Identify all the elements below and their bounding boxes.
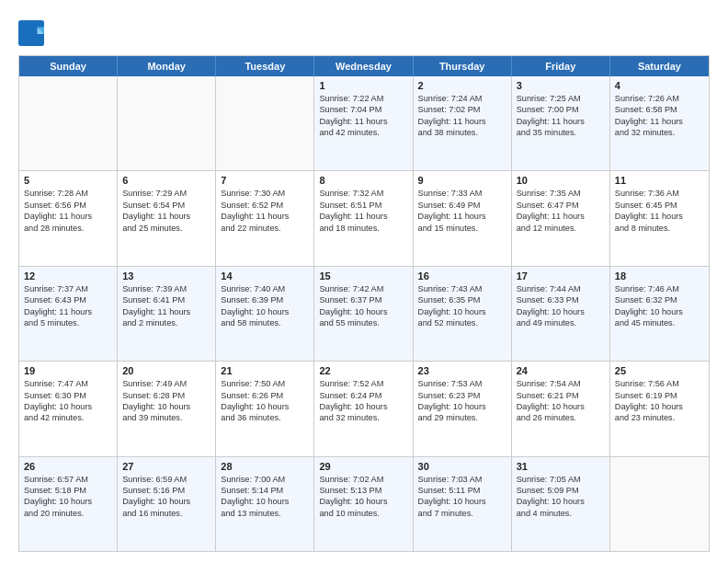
cell-line-0: Sunrise: 7:52 AM — [319, 378, 407, 389]
cell-line-3: and 12 minutes. — [517, 223, 605, 234]
day-number: 21 — [221, 365, 309, 376]
day-number: 31 — [517, 461, 605, 472]
calendar-cell-18: 18Sunrise: 7:46 AMSunset: 6:32 PMDayligh… — [610, 267, 709, 361]
cell-line-2: Daylight: 11 hours — [615, 211, 704, 222]
cell-line-1: Sunset: 6:56 PM — [24, 200, 112, 211]
cell-line-0: Sunrise: 7:53 AM — [418, 378, 506, 389]
cell-line-0: Sunrise: 7:00 AM — [221, 474, 309, 485]
cell-line-2: Daylight: 11 hours — [615, 116, 704, 127]
day-number: 12 — [24, 270, 112, 282]
calendar-cell-5: 5Sunrise: 7:28 AMSunset: 6:56 PMDaylight… — [19, 171, 118, 265]
day-number: 18 — [615, 270, 704, 282]
calendar-cell-empty — [118, 76, 216, 170]
cell-line-1: Sunset: 6:24 PM — [319, 390, 407, 401]
cell-line-0: Sunrise: 7:40 AM — [221, 283, 309, 294]
cell-line-0: Sunrise: 7:22 AM — [319, 93, 407, 104]
cell-line-2: Daylight: 10 hours — [615, 401, 704, 412]
day-number: 3 — [517, 80, 605, 91]
cell-line-0: Sunrise: 7:50 AM — [221, 378, 309, 389]
day-number: 25 — [615, 365, 704, 376]
cell-line-1: Sunset: 6:37 PM — [319, 294, 407, 305]
day-number: 24 — [517, 365, 605, 376]
cell-line-0: Sunrise: 7:02 AM — [319, 474, 407, 485]
day-number: 20 — [122, 365, 210, 376]
day-number: 7 — [221, 175, 309, 186]
cell-line-1: Sunset: 6:30 PM — [24, 390, 112, 401]
calendar-row-3: 19Sunrise: 7:47 AMSunset: 6:30 PMDayligh… — [19, 361, 709, 455]
cell-line-0: Sunrise: 7:26 AM — [615, 93, 704, 104]
cell-line-1: Sunset: 6:23 PM — [418, 390, 506, 401]
calendar-cell-15: 15Sunrise: 7:42 AMSunset: 6:37 PMDayligh… — [314, 267, 413, 361]
calendar-cell-23: 23Sunrise: 7:53 AMSunset: 6:23 PMDayligh… — [414, 362, 512, 455]
cell-line-1: Sunset: 5:14 PM — [221, 485, 309, 496]
day-number: 28 — [221, 461, 309, 472]
calendar-header: SundayMondayTuesdayWednesdayThursdayFrid… — [19, 56, 709, 76]
cell-line-1: Sunset: 5:16 PM — [122, 485, 210, 496]
cell-line-2: Daylight: 11 hours — [122, 306, 210, 317]
calendar-cell-empty — [610, 457, 709, 551]
calendar-cell-9: 9Sunrise: 7:33 AMSunset: 6:49 PMDaylight… — [414, 171, 512, 265]
calendar-cell-22: 22Sunrise: 7:52 AMSunset: 6:24 PMDayligh… — [314, 362, 413, 455]
calendar-cell-27: 27Sunrise: 6:59 AMSunset: 5:16 PMDayligh… — [118, 457, 216, 551]
cell-line-0: Sunrise: 7:37 AM — [24, 283, 112, 294]
cell-line-2: Daylight: 10 hours — [24, 496, 112, 507]
cell-line-1: Sunset: 6:45 PM — [615, 200, 704, 211]
day-number: 23 — [418, 365, 506, 376]
cell-line-0: Sunrise: 6:57 AM — [24, 474, 112, 485]
cell-line-0: Sunrise: 7:30 AM — [221, 188, 309, 199]
cell-line-2: Daylight: 10 hours — [517, 306, 605, 317]
cell-line-3: and 26 minutes. — [517, 412, 605, 423]
cell-line-2: Daylight: 10 hours — [418, 401, 506, 412]
cell-line-1: Sunset: 6:47 PM — [517, 200, 605, 211]
calendar-cell-17: 17Sunrise: 7:44 AMSunset: 6:33 PMDayligh… — [512, 267, 610, 361]
calendar-row-2: 12Sunrise: 7:37 AMSunset: 6:43 PMDayligh… — [19, 266, 709, 361]
calendar-row-1: 5Sunrise: 7:28 AMSunset: 6:56 PMDaylight… — [19, 170, 709, 265]
cell-line-3: and 55 minutes. — [319, 317, 407, 328]
header-day-wednesday: Wednesday — [314, 56, 413, 76]
cell-line-2: Daylight: 10 hours — [221, 401, 309, 412]
day-number: 5 — [24, 175, 112, 186]
cell-line-1: Sunset: 6:21 PM — [517, 390, 605, 401]
cell-line-3: and 49 minutes. — [517, 317, 605, 328]
cell-line-3: and 28 minutes. — [24, 223, 112, 234]
day-number: 9 — [418, 175, 506, 186]
cell-line-3: and 29 minutes. — [418, 412, 506, 423]
cell-line-1: Sunset: 7:00 PM — [517, 104, 605, 115]
calendar-cell-20: 20Sunrise: 7:49 AMSunset: 6:28 PMDayligh… — [118, 362, 216, 455]
cell-line-3: and 42 minutes. — [24, 412, 112, 423]
cell-line-2: Daylight: 10 hours — [319, 401, 407, 412]
cell-line-0: Sunrise: 7:56 AM — [615, 378, 704, 389]
calendar-cell-8: 8Sunrise: 7:32 AMSunset: 6:51 PMDaylight… — [314, 171, 413, 265]
cell-line-0: Sunrise: 7:49 AM — [122, 378, 210, 389]
cell-line-0: Sunrise: 7:28 AM — [24, 188, 112, 199]
calendar: SundayMondayTuesdayWednesdayThursdayFrid… — [18, 55, 710, 552]
cell-line-0: Sunrise: 7:35 AM — [517, 188, 605, 199]
day-number: 14 — [221, 270, 309, 282]
cell-line-1: Sunset: 7:02 PM — [418, 104, 506, 115]
cell-line-0: Sunrise: 7:33 AM — [418, 188, 506, 199]
cell-line-0: Sunrise: 7:42 AM — [319, 283, 407, 294]
cell-line-1: Sunset: 5:13 PM — [319, 485, 407, 496]
cell-line-1: Sunset: 6:43 PM — [24, 294, 112, 305]
cell-line-1: Sunset: 6:35 PM — [418, 294, 506, 305]
cell-line-1: Sunset: 6:28 PM — [122, 390, 210, 401]
calendar-cell-3: 3Sunrise: 7:25 AMSunset: 7:00 PMDaylight… — [512, 76, 610, 170]
calendar-cell-empty — [19, 76, 118, 170]
cell-line-0: Sunrise: 7:43 AM — [418, 283, 506, 294]
cell-line-0: Sunrise: 7:46 AM — [615, 283, 704, 294]
day-number: 30 — [418, 461, 506, 472]
day-number: 22 — [319, 365, 407, 376]
cell-line-3: and 7 minutes. — [418, 508, 506, 519]
day-number: 2 — [418, 80, 506, 91]
cell-line-1: Sunset: 6:26 PM — [221, 390, 309, 401]
cell-line-2: Daylight: 11 hours — [319, 116, 407, 127]
calendar-cell-30: 30Sunrise: 7:03 AMSunset: 5:11 PMDayligh… — [414, 457, 512, 551]
calendar-row-4: 26Sunrise: 6:57 AMSunset: 5:18 PMDayligh… — [19, 456, 709, 551]
header-day-friday: Friday — [512, 56, 610, 76]
cell-line-2: Daylight: 11 hours — [24, 211, 112, 222]
calendar-cell-26: 26Sunrise: 6:57 AMSunset: 5:18 PMDayligh… — [19, 457, 118, 551]
cell-line-3: and 25 minutes. — [122, 223, 210, 234]
cell-line-1: Sunset: 6:52 PM — [221, 200, 309, 211]
cell-line-2: Daylight: 11 hours — [122, 211, 210, 222]
cell-line-2: Daylight: 10 hours — [24, 401, 112, 412]
